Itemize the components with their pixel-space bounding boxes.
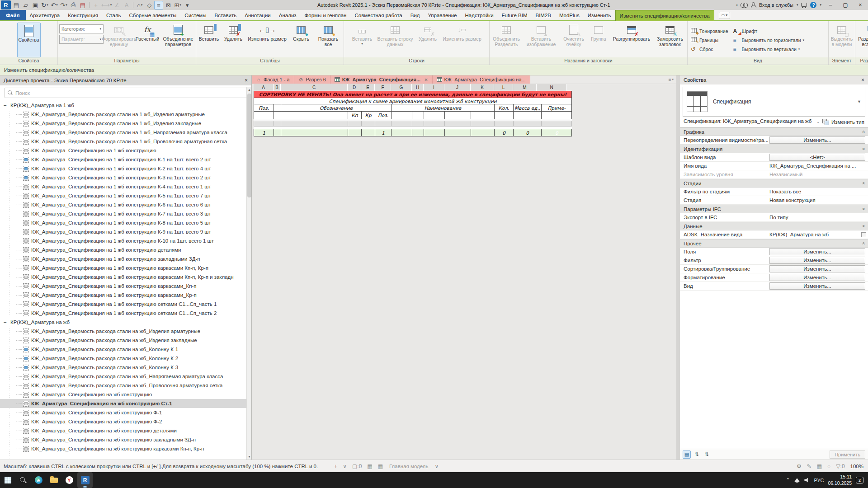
header-pos[interactable]: Поз. xyxy=(254,104,274,112)
tree-item[interactable]: − КЖ_Арматура_Спецификация на жб констру… xyxy=(0,444,246,453)
menu-tab[interactable]: Файл xyxy=(0,10,26,20)
edit-type-button[interactable]: Изменить тип xyxy=(831,119,864,125)
menu-tab[interactable]: Конструкция xyxy=(64,10,102,20)
tree-item[interactable]: − КЖ_Арматура_Спецификация на жб констру… xyxy=(0,435,246,444)
clock[interactable]: 15:11 06.10.2025 xyxy=(828,474,852,486)
split-and-place-button[interactable]: Разделить и вставить xyxy=(857,23,868,57)
property-row[interactable]: Данные « xyxy=(680,222,868,230)
tree-item[interactable]: − КЖ_Арматура_Ведомость расхода стали на… xyxy=(0,327,246,336)
customize-qat-icon[interactable]: ▾▾ xyxy=(183,1,192,9)
header-qty[interactable]: Кол. xyxy=(495,104,514,112)
menu-tab[interactable]: Системы xyxy=(180,10,210,20)
column-letter[interactable]: E xyxy=(361,84,375,91)
tree-item[interactable]: − КЖ_Арматура_Ведомость расхода стали на… xyxy=(0,128,246,137)
tree-item[interactable]: − КЖ_Арматура_Спецификация на 1 жб конст… xyxy=(0,300,246,309)
signin-label[interactable]: Вход в службы xyxy=(759,2,793,8)
project-browser-close-icon[interactable]: × xyxy=(245,77,248,84)
properties-close-icon[interactable]: × xyxy=(861,77,864,83)
insert-row-button[interactable]: Вставить ▾ xyxy=(350,23,374,57)
type-selector[interactable]: Спецификация ▼ xyxy=(683,87,865,117)
scroll-down-icon[interactable]: ▼ xyxy=(247,454,252,460)
column-letter[interactable]: J xyxy=(444,84,471,91)
header-kr[interactable]: Кр xyxy=(362,112,375,119)
property-row[interactable]: Графика « xyxy=(680,127,868,136)
insert-image-button[interactable]: ▲ Вставить изображение xyxy=(523,23,559,57)
menu-tab[interactable]: ModPlus xyxy=(555,10,584,20)
close-hidden-windows-icon[interactable]: ⊠▾ xyxy=(164,1,173,9)
close-button[interactable]: × xyxy=(854,0,866,9)
tree-item[interactable]: − КР(КЖ)_Арматура на 1 жб xyxy=(0,101,246,110)
tree-item[interactable]: − КЖ_Арматура_Спецификация на 1 жб конст… xyxy=(0,263,246,272)
delete-column-button[interactable]: ✗ Удалить xyxy=(222,23,245,57)
measure-icon[interactable]: ⟷▾ xyxy=(101,1,112,9)
column-letter[interactable]: F xyxy=(375,84,391,91)
merge-unmerge-button[interactable]: Объединить Разделить xyxy=(491,23,522,57)
cell-qty[interactable]: 0 xyxy=(495,129,514,136)
tree-item[interactable]: − КЖ_Арматура_Спецификация на 1 жб конст… xyxy=(0,245,246,254)
property-row[interactable]: Шаблон вида « <Нет> xyxy=(680,153,868,162)
menu-tab[interactable]: Архитектура xyxy=(26,10,64,20)
start-button[interactable] xyxy=(0,472,15,488)
column-letter[interactable]: D xyxy=(348,84,361,91)
tree-item[interactable]: − КЖ_Арматура_Ведомость расхода стали на… xyxy=(0,372,246,381)
property-row[interactable]: Имя вида « КЖ_Арматура_Спецификация на .… xyxy=(680,162,868,170)
edge-icon[interactable]: e xyxy=(31,472,46,488)
menu-tab[interactable]: Аннотации xyxy=(241,10,274,20)
cell-mass[interactable]: 0 xyxy=(514,129,542,136)
file-explorer-icon[interactable] xyxy=(46,472,61,488)
selection-toggle-icon[interactable]: ◌ xyxy=(827,463,830,469)
revit-taskbar-icon[interactable]: R xyxy=(77,472,93,488)
tray-chevron-icon[interactable]: ⌃ xyxy=(786,477,790,483)
clear-cell-button[interactable]: ✎ Очистить ячейку xyxy=(561,23,587,57)
column-letter[interactable]: G xyxy=(391,84,412,91)
property-row[interactable]: Форматирование « Изменить... xyxy=(680,273,868,282)
reset-button[interactable]: ↺Сброс xyxy=(691,45,728,53)
ungroup-button[interactable]: ✗ Разгруппировать xyxy=(610,23,653,57)
cell-note[interactable]: 0 xyxy=(542,129,572,136)
column-letter[interactable]: C xyxy=(281,84,348,91)
property-row[interactable]: Стадия « Новая конструкция xyxy=(680,196,868,205)
tree-item[interactable]: − КЖ_Арматура_Спецификация на 1 жб конст… xyxy=(0,272,246,282)
yandex-browser-icon[interactable]: Y xyxy=(61,472,77,488)
tree-item[interactable]: − КЖ_Арматура_Ведомость расхода стали на… xyxy=(0,345,246,354)
schedule-table[interactable]: СОРТИРОВКУ НЕ МЕНЯТЬ! Она влияет на расч… xyxy=(254,91,572,136)
property-row[interactable]: Экспорт в IFC « По типу xyxy=(680,213,868,222)
menu-tab[interactable]: Управление xyxy=(424,10,461,20)
cell-pos2[interactable]: 1 xyxy=(375,129,392,136)
menu-tab[interactable]: Future BIM xyxy=(498,10,532,20)
tree-scrollbar[interactable]: ▲ ▼ xyxy=(246,87,251,460)
tree-item[interactable]: − КЖ_Арматура_Спецификация на 1 жб конст… xyxy=(0,146,246,155)
tree-item[interactable]: − КЖ_Арматура_Спецификация на 1 жб конст… xyxy=(0,173,246,182)
hide-column-button[interactable]: ● Скрыть xyxy=(289,23,313,57)
signin-caret-icon[interactable]: ▾ xyxy=(797,3,798,7)
tree-item[interactable]: − КЖ_Арматура_Спецификация на жб констру… xyxy=(0,390,246,399)
column-letter[interactable]: M xyxy=(513,84,537,91)
font-button[interactable]: A◢Шрифт xyxy=(733,27,804,35)
modify-icon[interactable]: +▾ xyxy=(91,1,100,9)
property-row[interactable]: Фильтр « Изменить... xyxy=(680,256,868,265)
type-instance[interactable]: Спецификация: КЖ_Арматура_Спецификация н… xyxy=(684,118,814,125)
menu-tab[interactable]: Вставить xyxy=(211,10,241,20)
transfer-standards-icon[interactable]: ▤▾ xyxy=(78,1,87,9)
menu-tab[interactable]: BIM2B xyxy=(531,10,555,20)
unhide-all-button[interactable]: ● Показать все xyxy=(314,23,342,57)
tree-item[interactable]: − КЖ_Арматура_Спецификация на жб констру… xyxy=(0,399,246,408)
menu-tab[interactable]: Анализ xyxy=(275,10,301,20)
header-name[interactable]: Наименование xyxy=(392,104,495,112)
tree-item[interactable]: − КЖ_Арматура_Спецификация на 1 жб конст… xyxy=(0,164,246,173)
cell-pos[interactable]: 1 xyxy=(254,129,274,136)
properties-button[interactable]: Свойства xyxy=(17,23,41,57)
tree-item[interactable]: − КЖ_Арматура_Спецификация на 1 жб конст… xyxy=(0,200,246,209)
column-letter[interactable]: N xyxy=(537,84,567,91)
insert-data-row-button[interactable]: Вставить строку данных xyxy=(376,23,415,57)
tree-item[interactable]: − КЖ_Арматура_Спецификация на 1 жб конст… xyxy=(0,155,246,164)
tree-item[interactable]: − КЖ_Арматура_Спецификация на 1 жб конст… xyxy=(0,291,246,300)
group-button[interactable]: Группа xyxy=(588,23,609,57)
align-horizontal-button[interactable]: ≡Выровнять по горизонтали▾ xyxy=(733,36,804,44)
status-icon[interactable]: + xyxy=(334,463,337,469)
switch-windows-icon[interactable]: ⊞▾ xyxy=(173,1,182,9)
property-row[interactable]: Стадии « xyxy=(680,179,868,188)
menu-tab[interactable]: Изменить спецификацию/количества xyxy=(615,10,714,21)
menu-tab[interactable]: Формы и генплан xyxy=(301,10,351,20)
search-input[interactable] xyxy=(15,90,244,96)
